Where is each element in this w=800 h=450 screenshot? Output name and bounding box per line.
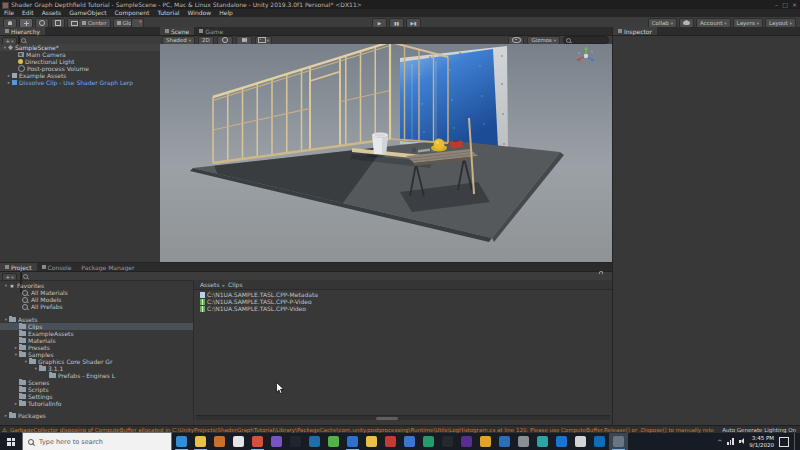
- app-icon: [290, 436, 301, 447]
- tab-game[interactable]: Game: [194, 27, 228, 35]
- taskbar-app-icon[interactable]: [590, 433, 609, 450]
- menu-item[interactable]: File: [0, 9, 18, 17]
- taskbar-app-icon[interactable]: [324, 433, 343, 450]
- hierarchy-item[interactable]: ▾ SampleScene*: [0, 44, 160, 51]
- hierarchy-item[interactable]: Post-process Volume: [0, 65, 160, 72]
- app-icon: [442, 436, 453, 447]
- taskbar-app-icon[interactable]: [514, 433, 533, 450]
- taskbar-app-icon[interactable]: [248, 433, 267, 450]
- menu-item[interactable]: Assets: [38, 9, 66, 17]
- taskbar-app-icon[interactable]: [571, 433, 590, 450]
- folder-tree-item[interactable]: ▾ Graphics Core Shader Gr: [0, 358, 193, 365]
- taskbar-app-icon[interactable]: [305, 433, 324, 450]
- horizontal-scrollbar[interactable]: [196, 415, 610, 420]
- search-icon: [28, 439, 34, 445]
- network-icon[interactable]: [727, 438, 733, 445]
- menu-item[interactable]: Window: [184, 9, 216, 17]
- taskbar-app-icon[interactable]: [457, 433, 476, 450]
- folder-tree-item[interactable]: Scripts: [0, 386, 193, 393]
- file-name: C:\N1UA.SAMPLE.TASL.CPP-P-Video: [207, 298, 312, 305]
- volume-icon[interactable]: [739, 440, 742, 444]
- app-icon: [594, 436, 605, 447]
- scene-viewport[interactable]: [160, 44, 612, 262]
- breadcrumb-current[interactable]: Clips: [228, 281, 242, 288]
- expander-arrow[interactable]: ▾: [2, 44, 8, 51]
- menu-item[interactable]: Edit: [18, 9, 38, 17]
- hierarchy-item[interactable]: Main Camera: [0, 51, 160, 58]
- taskbar-app-icon[interactable]: [172, 433, 191, 450]
- favorites-item[interactable]: All Prefabs: [0, 303, 193, 310]
- taskbar-app-icon[interactable]: [476, 433, 495, 450]
- tab-console[interactable]: Console: [37, 263, 77, 271]
- folder-tree-item[interactable]: Settings: [0, 393, 193, 400]
- menu-item[interactable]: Tutorial: [153, 9, 183, 17]
- taskbar-clock[interactable]: 3:45 PM 9/1/2020: [749, 435, 774, 448]
- hierarchy-item[interactable]: ▸ Example Assets: [0, 72, 160, 79]
- start-button[interactable]: [0, 433, 22, 450]
- taskbar-app-icon[interactable]: [210, 433, 229, 450]
- taskbar-app-icon[interactable]: [229, 433, 248, 450]
- taskbar-app-icon[interactable]: [191, 433, 210, 450]
- title-bar: Shader Graph Depthfield Tutorial - Sampl…: [0, 0, 800, 9]
- taskbar-app-icon[interactable]: [267, 433, 286, 450]
- console-tab-icon: [42, 265, 46, 269]
- taskbar-app-icon[interactable]: [362, 433, 381, 450]
- taskbar-app-icon[interactable]: [552, 433, 571, 450]
- layers-label: Layers: [737, 20, 755, 26]
- project-panel: Project Console Package Manager + ▾: [0, 262, 612, 426]
- taskbar-app-icon[interactable]: [343, 433, 362, 450]
- object-icon: [18, 59, 23, 64]
- favorites-item[interactable]: All Models: [0, 296, 193, 303]
- taskbar-search[interactable]: [22, 432, 172, 450]
- taskbar-search-input[interactable]: [37, 437, 161, 447]
- folder-tree-item[interactable]: ▾ Assets: [0, 316, 193, 323]
- taskbar-app-icon[interactable]: [609, 433, 628, 450]
- file-row[interactable]: C:\N1UA.SAMPLE.TASL.CPP-Metadata: [200, 291, 612, 298]
- close-button[interactable]: ×: [792, 0, 797, 9]
- maximize-button[interactable]: □: [782, 0, 788, 9]
- folder-icon: [19, 352, 26, 357]
- file-name: C:\N1UA.SAMPLE.TASL.CPP-Video: [207, 305, 306, 312]
- hierarchy-item[interactable]: Directional Light: [0, 58, 160, 65]
- folder-tree-item[interactable]: ▾ Samples: [0, 351, 193, 358]
- taskbar-app-icon[interactable]: [400, 433, 419, 450]
- tab-package-manager[interactable]: Package Manager: [76, 263, 139, 271]
- taskbar-app-icon[interactable]: [438, 433, 457, 450]
- tab-inspector[interactable]: Inspector: [613, 27, 657, 35]
- folder-tree-item[interactable]: Prefabs - Engines L: [0, 372, 193, 379]
- console-tab-label: Console: [48, 264, 72, 271]
- menu-item[interactable]: Component: [111, 9, 154, 17]
- folder-tree-item[interactable]: ▾ 3.1.1: [0, 365, 193, 372]
- scene-search-input[interactable]: [563, 36, 609, 44]
- taskbar-app-icon[interactable]: [495, 433, 514, 450]
- tray-expand-icon[interactable]: ^: [717, 438, 722, 445]
- taskbar-app-icon[interactable]: [381, 433, 400, 450]
- action-center-icon[interactable]: [779, 437, 789, 447]
- favorites-item[interactable]: All Materials: [0, 289, 193, 296]
- folder-tree-item[interactable]: ▸ Packages: [0, 412, 193, 419]
- breadcrumb-root[interactable]: Assets: [200, 281, 220, 288]
- favorites-item-icon: [22, 297, 28, 303]
- tab-hierarchy[interactable]: Hierarchy: [0, 27, 45, 35]
- file-row[interactable]: C:\N1UA.SAMPLE.TASL.CPP-P-Video: [200, 298, 612, 305]
- show-desktop-button[interactable]: [794, 433, 797, 450]
- tab-scene[interactable]: Scene: [160, 27, 194, 35]
- tab-project[interactable]: Project: [0, 263, 37, 271]
- folder-tree-item[interactable]: Materials: [0, 337, 193, 344]
- favorites-item[interactable]: ▾ Favorites: [0, 282, 193, 289]
- taskbar-app-icon[interactable]: [419, 433, 438, 450]
- taskbar-app-icon[interactable]: [533, 433, 552, 450]
- menu-item[interactable]: GameObject: [65, 9, 110, 17]
- minimize-button[interactable]: –: [775, 0, 778, 9]
- taskbar-app-icon[interactable]: [286, 433, 305, 450]
- folder-tree-item[interactable]: ▸ Presets: [0, 344, 193, 351]
- folder-tree-item[interactable]: Scenes: [0, 379, 193, 386]
- folder-tree-item[interactable]: ExampleAssets: [0, 330, 193, 337]
- app-icon: [461, 436, 472, 447]
- file-row[interactable]: C:\N1UA.SAMPLE.TASL.CPP-Video: [200, 305, 612, 312]
- menu-item[interactable]: Help: [215, 9, 237, 17]
- folder-tree-item[interactable]: ▸ TutorialInfo: [0, 400, 193, 407]
- hierarchy-item[interactable]: ▸ Dissolve Clip - Use Shader Graph Lerp: [0, 79, 160, 86]
- scrollbar-handle[interactable]: [376, 417, 398, 420]
- folder-tree-item[interactable]: Clips: [0, 323, 193, 330]
